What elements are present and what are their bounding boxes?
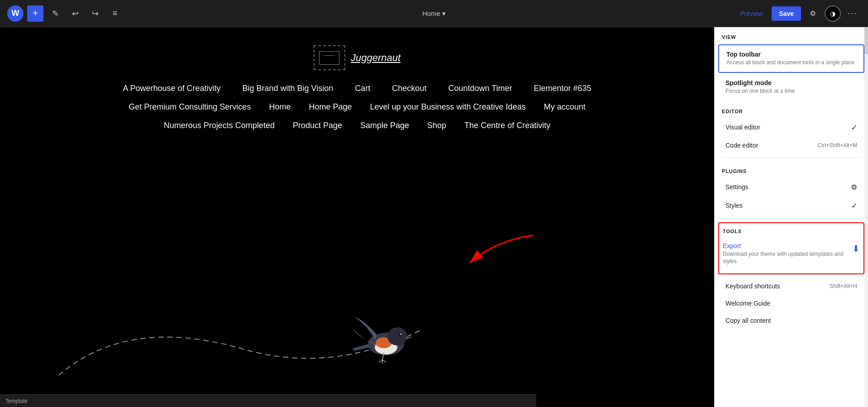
view-section: VIEW Top toolbar Access all block and do… <box>715 27 868 101</box>
site-logo-box <box>314 45 345 70</box>
code-editor-option[interactable]: Code editor Ctrl+Shift+Alt+M <box>718 137 864 153</box>
theme-toggle-button[interactable]: ◑ <box>825 5 841 22</box>
spotlight-mode-desc: Focus on one block at a time <box>725 87 857 95</box>
nav-row-1: A Powerhouse of Creativity Big Brand wit… <box>123 84 591 93</box>
visual-editor-check: ✓ <box>851 123 857 132</box>
nav-item-myaccount[interactable]: My account <box>544 102 586 112</box>
add-block-button[interactable]: + <box>27 5 43 22</box>
settings-label: Settings <box>725 183 749 191</box>
status-label: Template <box>5 398 28 404</box>
settings-option[interactable]: Settings ⚙ <box>718 178 864 196</box>
toolbar-center: Home ▾ <box>418 7 450 20</box>
site-preview: Juggernaut A Powerhouse of Creativity Bi… <box>0 27 714 407</box>
editor-section-header: EDITOR <box>715 101 868 118</box>
right-panel: VIEW Top toolbar Access all block and do… <box>714 27 868 407</box>
svg-point-5 <box>401 334 402 335</box>
keyboard-shortcuts-option[interactable]: Keyboard shortcuts Shift+Alt+H <box>718 278 864 294</box>
copy-all-content-option[interactable]: Copy all content <box>718 312 864 329</box>
export-desc: Download your theme with updated templat… <box>723 250 849 266</box>
status-bar: Template <box>0 394 536 407</box>
nav-item-powerhouse[interactable]: A Powerhouse of Creativity <box>123 84 220 93</box>
nav-row-3: Numerous Projects Completed Product Page… <box>164 121 550 130</box>
scrollbar-thumb[interactable] <box>864 27 868 54</box>
tools-section: TOOLS Export Download your theme with up… <box>718 222 864 275</box>
svg-line-7 <box>379 360 382 362</box>
nav-item-centreofcreativity[interactable]: The Centre of Creativity <box>464 121 550 130</box>
main-area: Juggernaut A Powerhouse of Creativity Bi… <box>0 27 868 407</box>
undo-button[interactable]: ↩ <box>67 5 83 22</box>
settings-icon-button[interactable]: ⚙ <box>805 5 821 22</box>
redo-button[interactable]: ↪ <box>87 5 103 22</box>
tools-section-header: TOOLS <box>719 227 863 238</box>
nav-item-numerous[interactable]: Numerous Projects Completed <box>164 121 275 130</box>
export-title: Export <box>723 242 849 249</box>
visual-editor-label: Visual editor <box>725 124 760 131</box>
dropdown-arrow-icon: ▾ <box>442 10 446 18</box>
styles-option[interactable]: Styles ✓ <box>718 197 864 215</box>
code-editor-label: Code editor <box>725 142 758 149</box>
site-logo-area: Juggernaut <box>314 45 401 70</box>
top-toolbar-desc: Access all block and document tools in a… <box>726 59 856 67</box>
toolbar-left: W + ✎ ↩ ↪ ≡ <box>7 5 123 22</box>
svg-point-3 <box>387 327 407 345</box>
welcome-guide-label: Welcome Guide <box>725 300 770 307</box>
copy-all-content-label: Copy all content <box>725 317 771 324</box>
red-arrow-annotation <box>461 231 551 276</box>
site-title: Juggernaut <box>351 52 401 64</box>
nav-item-homepage[interactable]: Home Page <box>309 102 352 112</box>
top-toolbar-title: Top toolbar <box>726 51 856 58</box>
export-content: Export Download your theme with updated … <box>723 242 849 266</box>
welcome-guide-option[interactable]: Welcome Guide <box>718 295 864 311</box>
preview-button[interactable]: Preview <box>735 7 768 20</box>
canvas-area: Juggernaut A Powerhouse of Creativity Bi… <box>0 27 714 407</box>
spotlight-mode-option[interactable]: Spotlight mode Focus on one block at a t… <box>718 74 864 101</box>
divider-1 <box>722 157 861 158</box>
divider-2 <box>722 218 861 219</box>
list-view-button[interactable]: ≡ <box>107 5 123 22</box>
nav-item-premium[interactable]: Get Premium Consulting Services <box>129 102 251 112</box>
export-option[interactable]: Export Download your theme with updated … <box>719 238 863 270</box>
plugins-section-header: PLUGINS <box>715 161 868 177</box>
settings-gear-icon: ⚙ <box>851 183 857 192</box>
more-options-button[interactable]: ··· <box>844 5 861 22</box>
nav-item-countdown[interactable]: Countdown Timer <box>448 84 512 93</box>
spotlight-mode-title: Spotlight mode <box>725 79 857 86</box>
nav-item-levelup[interactable]: Level up your Business with Creative Ide… <box>370 102 525 112</box>
nav-item-elementor[interactable]: Elementor #635 <box>534 84 591 93</box>
edit-mode-button[interactable]: ✎ <box>47 5 63 22</box>
nav-row-2: Get Premium Consulting Services Home Hom… <box>129 102 585 112</box>
nav-item-samplepage[interactable]: Sample Page <box>360 121 409 130</box>
keyboard-shortcuts-shortcut: Shift+Alt+H <box>830 283 857 289</box>
code-editor-shortcut: Ctrl+Shift+Alt+M <box>817 142 857 148</box>
nav-item-checkout[interactable]: Checkout <box>392 84 426 93</box>
scrollbar-track <box>864 27 868 407</box>
export-download-icon: ⬇ <box>852 243 860 254</box>
nav-item-shop[interactable]: Shop <box>427 121 446 130</box>
svg-line-9 <box>382 360 386 362</box>
page-title-label: Home <box>422 10 440 17</box>
nav-item-cart[interactable]: Cart <box>355 84 370 93</box>
nav-item-bigbrand[interactable]: Big Brand with Big Vision <box>243 84 334 93</box>
styles-check: ✓ <box>851 201 857 210</box>
site-logo-inner <box>319 51 339 65</box>
styles-label: Styles <box>725 202 743 209</box>
view-section-header: VIEW <box>715 27 868 43</box>
top-toolbar-option[interactable]: Top toolbar Access all block and documen… <box>718 44 864 73</box>
top-toolbar: W + ✎ ↩ ↪ ≡ Home ▾ Preview Save ⚙ <box>0 0 868 27</box>
visual-editor-option[interactable]: Visual editor ✓ <box>718 119 864 136</box>
save-button[interactable]: Save <box>772 6 801 21</box>
nav-item-home[interactable]: Home <box>269 102 291 112</box>
toolbar-right: Preview Save ⚙ ◑ ··· <box>735 5 861 22</box>
page-title-button[interactable]: Home ▾ <box>418 7 450 20</box>
wp-logo-icon[interactable]: W <box>7 5 24 22</box>
nav-item-productpage[interactable]: Product Page <box>293 121 342 130</box>
bird-image <box>350 310 422 371</box>
keyboard-shortcuts-label: Keyboard shortcuts <box>725 283 780 290</box>
